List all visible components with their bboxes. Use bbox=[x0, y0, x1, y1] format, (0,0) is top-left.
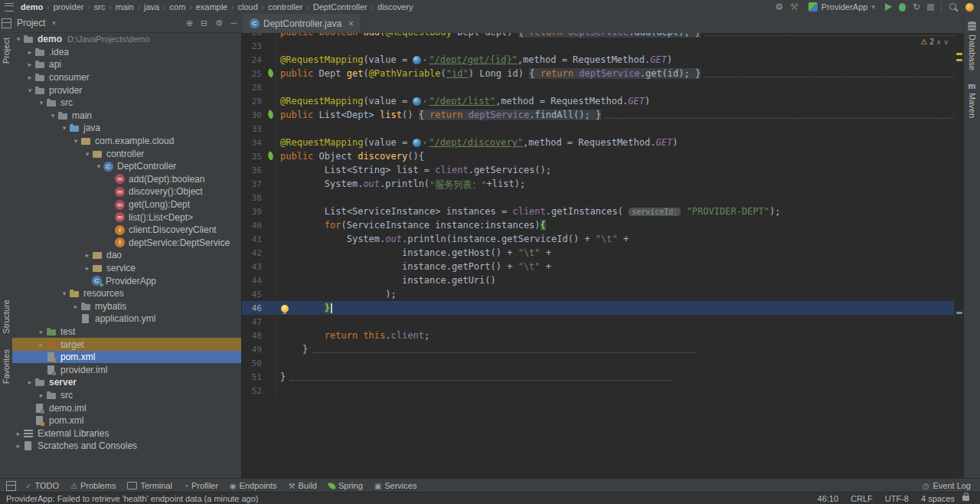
settings-tools-icon[interactable]: ⚙ bbox=[775, 2, 783, 11]
code-text[interactable]: instance.getUri() bbox=[276, 275, 955, 286]
breadcrumb-item-cloud[interactable]: cloud bbox=[238, 2, 258, 11]
tree-item-client-discoveryclient[interactable]: fclient:DiscoveryClient bbox=[12, 224, 241, 237]
code-line-41[interactable]: 41 System.out.println(instance.getServic… bbox=[242, 232, 955, 246]
hide-panel-icon[interactable]: ─ bbox=[230, 18, 237, 28]
indent-widget[interactable]: 4 spaces bbox=[921, 494, 955, 503]
tree-item-providerapp[interactable]: CProviderApp bbox=[12, 274, 241, 287]
code-line-52[interactable]: 52 bbox=[242, 384, 955, 398]
main-menu-icon[interactable] bbox=[5, 3, 14, 11]
code-text[interactable]: public boolean add(@RequestBody Dept dep… bbox=[276, 33, 955, 38]
code-line-37[interactable]: 37 System.out.println("服务列表："+list); bbox=[242, 177, 955, 191]
tree-item-server[interactable]: ▸server bbox=[12, 376, 241, 389]
code-text[interactable]: @RequestMapping(value = ▾"/dept/list",me… bbox=[276, 96, 955, 106]
toolwindow-button-spring[interactable]: Spring bbox=[328, 481, 363, 490]
code-text[interactable]: @RequestMapping(value = ▾"/dept/discover… bbox=[276, 137, 955, 148]
code-text[interactable]: instance.getHost() + "\t" + bbox=[276, 247, 955, 258]
tree-toggle-icon[interactable]: ▾ bbox=[60, 124, 69, 132]
collapse-all-icon[interactable]: ⊟ bbox=[201, 18, 207, 28]
stripe-mark[interactable] bbox=[956, 53, 962, 55]
tree-toggle-icon[interactable]: ▸ bbox=[37, 328, 46, 335]
tree-item-demo[interactable]: ▾demoD:\JavaProjects\demo bbox=[12, 33, 241, 46]
code-line-49[interactable]: 49 } bbox=[242, 342, 955, 356]
tree-toggle-icon[interactable]: ▾ bbox=[71, 137, 80, 145]
tool-strip-favorites[interactable]: Favorites bbox=[2, 349, 11, 384]
tree-item-api[interactable]: ▸api bbox=[12, 58, 241, 71]
tree-toggle-icon[interactable]: ▾ bbox=[37, 99, 46, 106]
code-line-29[interactable]: 29@RequestMapping(value = ▾"/dept/list",… bbox=[242, 94, 955, 108]
tree-toggle-icon[interactable]: ▾ bbox=[25, 87, 34, 94]
code-line-24[interactable]: 24@RequestMapping(value = ▾"/dept/get/{i… bbox=[242, 53, 955, 67]
code-line-40[interactable]: 40 for(ServiceInstance instance:instance… bbox=[242, 218, 955, 232]
breadcrumb-item-deptcontroller[interactable]: DeptController bbox=[313, 2, 368, 11]
open-url-icon[interactable] bbox=[413, 139, 421, 147]
stripe-mark[interactable] bbox=[956, 312, 962, 314]
breadcrumb-item-controller[interactable]: controller bbox=[268, 2, 302, 11]
intention-bulb-icon[interactable] bbox=[281, 305, 289, 313]
gear-icon[interactable]: ⚙ bbox=[215, 18, 223, 28]
build-hammer-icon[interactable]: ⚒ bbox=[790, 2, 799, 11]
code-line-25[interactable]: 25public Dept get(@PathVariable("id") Lo… bbox=[242, 67, 955, 80]
open-url-icon[interactable] bbox=[413, 56, 421, 64]
caret-position-widget[interactable]: 46:10 bbox=[818, 494, 839, 503]
tree-item-demo-iml[interactable]: demo.iml bbox=[12, 401, 241, 414]
code-text[interactable]: public Object discovery(){ bbox=[276, 151, 955, 162]
code-line-39[interactable]: 39 List<ServiceInstance> instances = cli… bbox=[242, 205, 955, 218]
tree-toggle-icon[interactable]: ▾ bbox=[60, 290, 69, 297]
breadcrumb-item-main[interactable]: main bbox=[116, 2, 134, 11]
tree-item-controller[interactable]: ▾controller bbox=[12, 147, 241, 160]
code-editor[interactable]: 20public boolean add(@RequestBody Dept d… bbox=[242, 33, 955, 479]
tree-item-pom-xml[interactable]: pom.xml bbox=[12, 414, 241, 427]
search-icon[interactable] bbox=[949, 2, 959, 12]
tree-item-target[interactable]: ▸target bbox=[12, 338, 241, 351]
tree-toggle-icon[interactable]: ▸ bbox=[71, 303, 80, 310]
tool-strip-database[interactable]: Database bbox=[968, 34, 977, 70]
code-line-48[interactable]: 48 return this.client; bbox=[242, 329, 955, 342]
tree-toggle-icon[interactable]: ▾ bbox=[94, 162, 103, 170]
tree-item-list-list-dept-[interactable]: mlist():List<Dept> bbox=[12, 211, 241, 224]
code-text[interactable]: ); bbox=[276, 289, 955, 299]
run-icon[interactable] bbox=[885, 3, 892, 11]
code-line-44[interactable]: 44 instance.getUri() bbox=[242, 273, 955, 287]
code-text[interactable]: System.out.println(instance.getServiceId… bbox=[276, 234, 955, 244]
maven-icon[interactable]: m bbox=[969, 81, 976, 90]
code-text[interactable]: public Dept get(@PathVariable("id") Long… bbox=[276, 68, 955, 79]
code-line-30[interactable]: 30public List<Dept> list() { return dept… bbox=[242, 108, 955, 122]
code-line-34[interactable]: 34@RequestMapping(value = ▾"/dept/discov… bbox=[242, 136, 955, 149]
code-text[interactable]: List<ServiceInstance> instances = client… bbox=[276, 206, 955, 217]
tree-toggle-icon[interactable]: ▸ bbox=[14, 442, 23, 450]
tool-strip-maven[interactable]: Maven bbox=[968, 93, 977, 118]
code-line-42[interactable]: 42 instance.getHost() + "\t" + bbox=[242, 246, 955, 260]
tree-toggle-icon[interactable]: ▸ bbox=[25, 74, 34, 81]
tree-item-discovery-object[interactable]: mdiscovery():Object bbox=[12, 185, 241, 198]
tree-item-add-dept-boolean[interactable]: madd(Dept):boolean bbox=[12, 173, 241, 186]
code-line-33[interactable]: 33 bbox=[242, 122, 955, 136]
rerun-icon[interactable]: ↻ bbox=[913, 2, 920, 11]
run-configuration-select[interactable]: ProviderApp ▾ bbox=[805, 2, 878, 12]
toolwindow-button-services[interactable]: ▣Services bbox=[374, 481, 417, 490]
editor-tab-deptcontroller[interactable]: C DeptController.java × bbox=[243, 14, 361, 33]
stripe-mark[interactable] bbox=[956, 59, 962, 61]
tree-item-scratches-and-consoles[interactable]: ▸Scratches and Consoles bbox=[12, 440, 241, 453]
error-stripe[interactable] bbox=[954, 33, 964, 479]
debug-icon[interactable] bbox=[899, 3, 906, 11]
tree-toggle-icon[interactable]: ▾ bbox=[83, 150, 92, 158]
code-line-20[interactable]: 20public boolean add(@RequestBody Dept d… bbox=[242, 33, 955, 39]
event-log-button[interactable]: ◷ Event Log bbox=[923, 481, 980, 490]
tree-item-pom-xml[interactable]: pom.xml bbox=[12, 351, 241, 364]
toolwindow-button-profiler[interactable]: ◔Profiler bbox=[184, 481, 218, 490]
tool-strip-structure[interactable]: Structure bbox=[2, 299, 11, 334]
tree-item-provider[interactable]: ▾provider bbox=[12, 83, 241, 97]
code-line-43[interactable]: 43 instance.getPort() + "\t" + bbox=[242, 260, 955, 273]
tree-item-get-long-dept[interactable]: mget(Long):Dept bbox=[12, 198, 241, 211]
code-text[interactable]: System.out.println("服务列表："+list); bbox=[276, 178, 955, 191]
breadcrumb-item-src[interactable]: src bbox=[94, 2, 106, 11]
chevron-up-icon[interactable]: ∧ bbox=[936, 38, 942, 46]
breadcrumb-item-discovery[interactable]: discovery bbox=[377, 2, 413, 11]
tree-toggle-icon[interactable]: ▾ bbox=[48, 112, 57, 119]
tree-item--idea[interactable]: ▸.idea bbox=[12, 46, 241, 59]
code-line-50[interactable]: 50 bbox=[242, 356, 955, 370]
spring-mapping-gutter-icon[interactable] bbox=[265, 67, 276, 80]
toolwindow-switcher-icon[interactable] bbox=[6, 481, 16, 491]
code-text[interactable]: for(ServiceInstance instance:instances){ bbox=[276, 220, 955, 231]
toolwindow-button-endpoints[interactable]: ◉Endpoints bbox=[230, 481, 277, 490]
